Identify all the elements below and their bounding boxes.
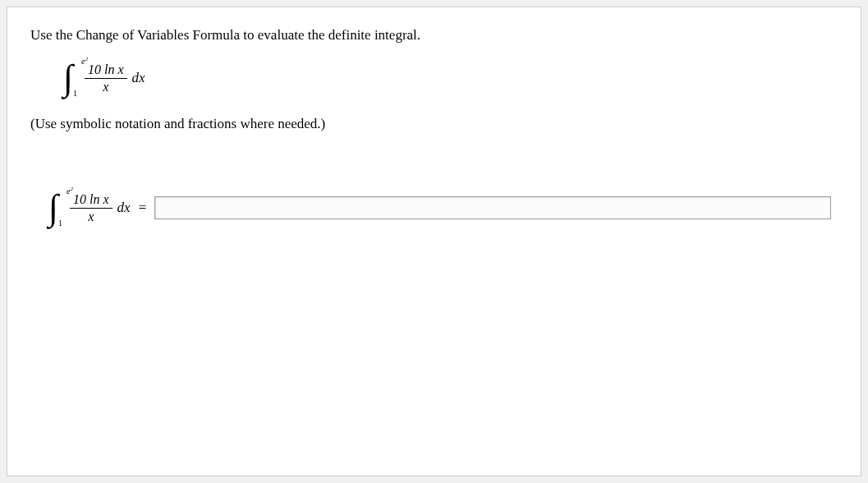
integral-sign-icon: ∫ e2 1	[48, 190, 58, 226]
question-panel: Use the Change of Variables Formula to e…	[7, 7, 861, 476]
equals-sign: =	[139, 200, 147, 216]
integral-expression: ∫ e2 1 10 ln x x dx	[63, 60, 838, 96]
differential: dx	[117, 200, 131, 216]
lower-limit: 1	[73, 90, 77, 98]
denominator: x	[103, 79, 108, 94]
lower-limit: 1	[58, 219, 62, 228]
numerator: 10 ln x	[70, 192, 113, 209]
numerator: 10 ln x	[85, 62, 127, 79]
integrand-fraction: 10 ln x x	[70, 192, 113, 224]
answer-input[interactable]	[154, 196, 831, 219]
differential: dx	[132, 70, 145, 86]
denominator: x	[88, 209, 94, 224]
question-hint: (Use symbolic notation and fractions whe…	[30, 116, 838, 132]
upper-limit: e2	[81, 57, 88, 66]
question-instruction: Use the Change of Variables Formula to e…	[30, 27, 838, 44]
integral-sign-icon: ∫ e2 1	[63, 60, 73, 96]
answer-row: ∫ e2 1 10 ln x x dx =	[48, 190, 838, 226]
integrand-fraction: 10 ln x x	[85, 62, 127, 94]
integral-expression-answer: ∫ e2 1 10 ln x x dx =	[48, 190, 154, 226]
upper-limit: e2	[67, 186, 73, 196]
